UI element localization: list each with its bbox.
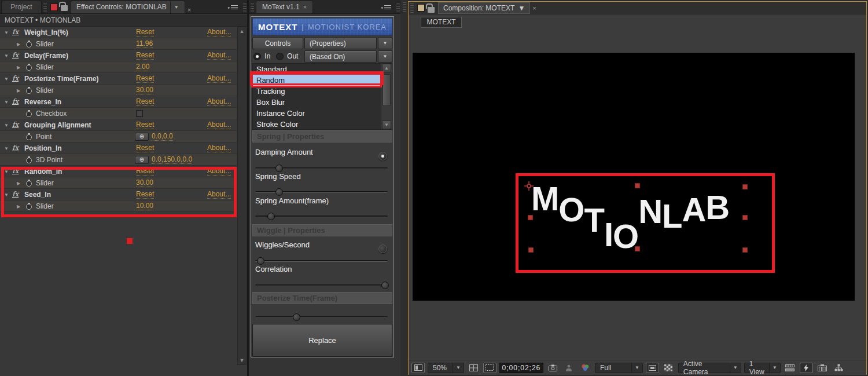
- about-link[interactable]: About...: [207, 191, 231, 199]
- motionlab-text[interactable]: MOTIONLAB: [531, 179, 729, 218]
- posterize-slider[interactable]: [255, 313, 388, 321]
- slider-thumb[interactable]: [381, 282, 389, 289]
- param-value[interactable]: 11.96: [136, 40, 153, 48]
- show-snapshot-person-icon[interactable]: [562, 363, 576, 373]
- panel-divider[interactable]: [400, 0, 408, 376]
- effect-list-item[interactable]: Tracking: [253, 86, 380, 97]
- effect-group-row[interactable]: ▼fx Reverse_In Reset About...: [0, 96, 237, 108]
- about-link[interactable]: About...: [207, 98, 231, 106]
- snapshot-camera-icon[interactable]: [546, 363, 560, 373]
- collapse-triangle-icon[interactable]: ▼: [4, 169, 9, 174]
- tab-dropdown-icon[interactable]: ▼: [170, 1, 179, 13]
- param-value[interactable]: 30.00: [136, 179, 153, 187]
- collapse-triangle-icon[interactable]: ▼: [4, 146, 9, 151]
- transparency-grid-icon[interactable]: [662, 363, 675, 373]
- expand-triangle-icon[interactable]: ▶: [17, 181, 20, 186]
- about-link[interactable]: About...: [207, 144, 231, 152]
- scroll-up-icon[interactable]: ▲: [238, 28, 246, 34]
- controls-button[interactable]: Controls: [252, 37, 303, 49]
- effect-param-row[interactable]: ▶ Slider 11.96: [0, 38, 237, 50]
- expand-triangle-icon[interactable]: ▶: [17, 88, 20, 93]
- effect-list-item[interactable]: Stroke Color: [253, 119, 380, 130]
- stopwatch-icon[interactable]: [26, 181, 32, 187]
- view-layout-select[interactable]: 1 View ▼: [744, 363, 781, 373]
- param-value[interactable]: 0.0,0.0: [152, 133, 173, 141]
- param-value[interactable]: 10.00: [136, 202, 153, 210]
- comp-flowchart-icon[interactable]: [832, 363, 845, 373]
- effect-group-row[interactable]: ▼fx Random_In Reset About...: [0, 166, 237, 177]
- stopwatch-icon[interactable]: [26, 158, 32, 163]
- effect-group-row[interactable]: ▼fx Position_In Reset About...: [0, 143, 237, 154]
- collapse-triangle-icon[interactable]: ▼: [4, 76, 9, 82]
- stopwatch-icon[interactable]: [26, 88, 32, 94]
- stopwatch-icon[interactable]: [26, 111, 32, 117]
- reset-button[interactable]: Reset: [136, 98, 154, 106]
- based-on-select-arrow-icon[interactable]: ▼: [378, 50, 392, 63]
- correlation-slider[interactable]: [255, 282, 388, 289]
- comp-color-chip[interactable]: [417, 4, 425, 12]
- scroll-down-icon[interactable]: ▼: [382, 121, 391, 129]
- effect-list-item-selected[interactable]: Random: [253, 75, 380, 86]
- scroll-down-icon[interactable]: ▼: [238, 357, 246, 363]
- layer-color-chip[interactable]: [50, 3, 58, 11]
- effect-param-row[interactable]: ▶ Slider 30.00: [0, 177, 237, 189]
- fast-previews-icon[interactable]: [800, 363, 813, 373]
- spring-amount-slider[interactable]: [255, 213, 388, 220]
- point-picker-icon[interactable]: ⊕: [135, 156, 149, 164]
- panel-menu-icon[interactable]: ▾: [227, 5, 238, 10]
- layer-handle-top-center[interactable]: [635, 183, 640, 188]
- effect-group-row[interactable]: ▼fx Grouping Alignment Reset About...: [0, 119, 237, 131]
- scroll-up-icon[interactable]: ▲: [382, 64, 391, 72]
- expand-triangle-icon[interactable]: ▶: [17, 42, 20, 47]
- effect-param-row[interactable]: ▶ Slider 30.00: [0, 85, 237, 96]
- tab-effect-controls[interactable]: Effect Controls: MOTIONLAB ▼: [70, 1, 185, 13]
- region-of-interest-icon[interactable]: [483, 363, 496, 373]
- layer-handle-top-right[interactable]: [742, 184, 748, 189]
- effect-param-row[interactable]: Point ⊕ 0.0,0.0: [0, 131, 237, 143]
- resolution-select[interactable]: Full ▼: [595, 363, 643, 373]
- checkbox[interactable]: [136, 110, 143, 117]
- properties-select[interactable]: (Properties): [304, 37, 377, 49]
- always-preview-icon[interactable]: [411, 363, 425, 373]
- panel-menu-icon[interactable]: ▾: [381, 5, 391, 10]
- slider-thumb[interactable]: [293, 313, 300, 321]
- slider-thumb[interactable]: [275, 188, 283, 196]
- layer-handle-bottom-left[interactable]: [528, 247, 534, 253]
- close-icon[interactable]: ×: [303, 1, 307, 13]
- slider-thumb[interactable]: [257, 257, 264, 265]
- out-radio[interactable]: [276, 53, 284, 60]
- wiggles-slider[interactable]: [255, 257, 388, 265]
- effect-list-item[interactable]: Box Blur: [253, 97, 380, 108]
- close-icon[interactable]: ×: [185, 6, 193, 13]
- layer-handle-mid-left[interactable]: [528, 215, 533, 220]
- tab-composition[interactable]: Composition: MOTEXT ▼: [438, 2, 530, 14]
- target-region-icon[interactable]: [646, 363, 659, 373]
- vertical-scrollbar[interactable]: ▲ ▼: [237, 27, 247, 365]
- stopwatch-icon[interactable]: [26, 65, 32, 71]
- timecode-display[interactable]: 0;00;02;26: [499, 363, 543, 373]
- show-channel-icon[interactable]: [579, 363, 592, 373]
- scroll-thumb[interactable]: [382, 74, 391, 106]
- replace-button[interactable]: Replace: [252, 324, 392, 357]
- about-link[interactable]: About...: [207, 121, 231, 129]
- collapse-triangle-icon[interactable]: ▼: [4, 100, 9, 105]
- properties-select-arrow-icon[interactable]: ▼: [378, 37, 392, 49]
- magnification-select[interactable]: 50% ▼: [428, 363, 464, 373]
- reset-button[interactable]: Reset: [136, 191, 154, 199]
- effect-param-row[interactable]: ▶ Slider 2.00: [0, 61, 237, 73]
- tab-motext[interactable]: MoText v1.1 ×: [256, 1, 313, 13]
- about-link[interactable]: About...: [207, 75, 231, 83]
- collapse-triangle-icon[interactable]: ▼: [4, 30, 9, 35]
- collapse-triangle-icon[interactable]: ▼: [4, 123, 9, 128]
- slider-thumb[interactable]: [267, 213, 275, 220]
- collapse-triangle-icon[interactable]: ▼: [4, 53, 9, 59]
- comp-mini-flowchart-icon[interactable]: [816, 363, 829, 373]
- list-scrollbar[interactable]: ▲ ▼: [381, 64, 392, 129]
- reset-button[interactable]: Reset: [136, 75, 154, 83]
- about-link[interactable]: About...: [207, 52, 231, 60]
- close-icon[interactable]: ×: [530, 5, 538, 12]
- in-radio[interactable]: [253, 53, 261, 60]
- layer-handle-bottom-right[interactable]: [742, 247, 748, 253]
- wiggles-knob[interactable]: [378, 244, 387, 253]
- grid-guides-icon[interactable]: [467, 363, 480, 373]
